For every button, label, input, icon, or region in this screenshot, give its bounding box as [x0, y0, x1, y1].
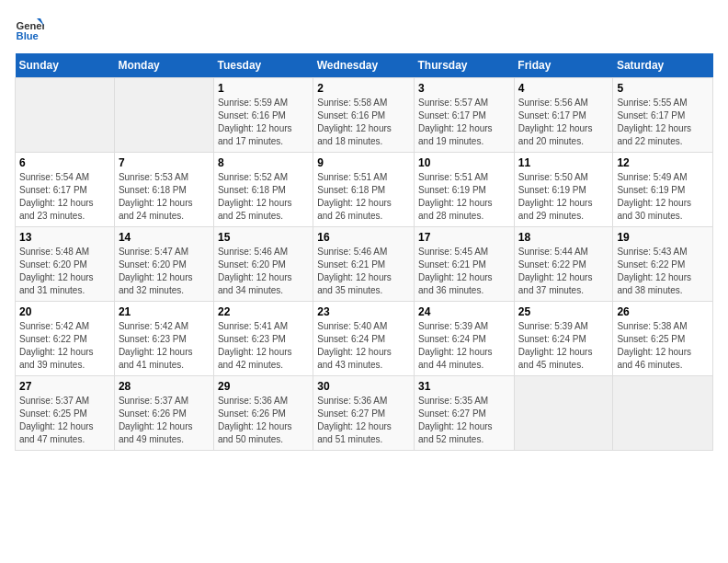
- day-detail: Sunrise: 5:37 AM Sunset: 6:25 PM Dayligh…: [19, 395, 110, 446]
- day-detail: Sunrise: 5:35 AM Sunset: 6:27 PM Dayligh…: [418, 395, 510, 446]
- calendar-cell: 19Sunrise: 5:43 AM Sunset: 6:22 PM Dayli…: [613, 227, 713, 302]
- calendar-cell: 18Sunrise: 5:44 AM Sunset: 6:22 PM Dayli…: [514, 227, 613, 302]
- calendar-cell: 15Sunrise: 5:46 AM Sunset: 6:20 PM Dayli…: [213, 227, 313, 302]
- day-detail: Sunrise: 5:58 AM Sunset: 6:16 PM Dayligh…: [317, 97, 410, 148]
- day-number: 30: [317, 380, 410, 393]
- day-detail: Sunrise: 5:56 AM Sunset: 6:17 PM Dayligh…: [518, 97, 609, 148]
- day-number: 22: [218, 305, 309, 318]
- day-number: 19: [617, 231, 709, 244]
- day-number: 1: [218, 82, 309, 95]
- day-number: 14: [119, 231, 210, 244]
- day-detail: Sunrise: 5:48 AM Sunset: 6:20 PM Dayligh…: [19, 246, 110, 297]
- day-number: 6: [19, 156, 110, 169]
- day-detail: Sunrise: 5:55 AM Sunset: 6:17 PM Dayligh…: [617, 97, 709, 148]
- day-detail: Sunrise: 5:45 AM Sunset: 6:21 PM Dayligh…: [418, 246, 510, 297]
- weekday-header-saturday: Saturday: [613, 53, 713, 78]
- day-number: 31: [418, 380, 510, 393]
- day-number: 20: [19, 305, 110, 318]
- calendar-cell: 22Sunrise: 5:41 AM Sunset: 6:23 PM Dayli…: [213, 302, 313, 376]
- weekday-header-sunday: Sunday: [16, 53, 115, 78]
- day-detail: Sunrise: 5:41 AM Sunset: 6:23 PM Dayligh…: [218, 320, 309, 372]
- day-number: 3: [418, 82, 510, 95]
- day-number: 26: [617, 305, 709, 318]
- day-number: 5: [617, 82, 709, 95]
- day-number: 12: [617, 156, 709, 169]
- calendar-cell: 25Sunrise: 5:39 AM Sunset: 6:24 PM Dayli…: [514, 302, 613, 376]
- calendar-cell: 10Sunrise: 5:51 AM Sunset: 6:19 PM Dayli…: [415, 153, 515, 227]
- day-detail: Sunrise: 5:50 AM Sunset: 6:19 PM Dayligh…: [518, 171, 609, 223]
- day-number: 21: [119, 305, 210, 318]
- weekday-header-wednesday: Wednesday: [313, 53, 415, 78]
- calendar-header-row: SundayMondayTuesdayWednesdayThursdayFrid…: [16, 53, 713, 78]
- day-detail: Sunrise: 5:37 AM Sunset: 6:26 PM Dayligh…: [119, 395, 210, 446]
- day-detail: Sunrise: 5:38 AM Sunset: 6:25 PM Dayligh…: [617, 320, 709, 372]
- calendar-cell: [514, 376, 613, 451]
- calendar-cell: 5Sunrise: 5:55 AM Sunset: 6:17 PM Daylig…: [613, 78, 713, 153]
- calendar-cell: 6Sunrise: 5:54 AM Sunset: 6:17 PM Daylig…: [16, 153, 115, 227]
- day-detail: Sunrise: 5:36 AM Sunset: 6:27 PM Dayligh…: [317, 395, 410, 446]
- calendar-week-3: 13Sunrise: 5:48 AM Sunset: 6:20 PM Dayli…: [16, 227, 713, 302]
- calendar-body: 1Sunrise: 5:59 AM Sunset: 6:16 PM Daylig…: [16, 78, 713, 451]
- calendar-cell: 11Sunrise: 5:50 AM Sunset: 6:19 PM Dayli…: [514, 153, 613, 227]
- calendar-cell: 21Sunrise: 5:42 AM Sunset: 6:23 PM Dayli…: [114, 302, 213, 376]
- calendar-cell: 17Sunrise: 5:45 AM Sunset: 6:21 PM Dayli…: [415, 227, 515, 302]
- calendar-cell: 3Sunrise: 5:57 AM Sunset: 6:17 PM Daylig…: [415, 78, 515, 153]
- calendar-cell: [114, 78, 213, 153]
- day-detail: Sunrise: 5:51 AM Sunset: 6:19 PM Dayligh…: [418, 171, 510, 223]
- day-detail: Sunrise: 5:43 AM Sunset: 6:22 PM Dayligh…: [617, 246, 709, 297]
- calendar-cell: 13Sunrise: 5:48 AM Sunset: 6:20 PM Dayli…: [16, 227, 115, 302]
- day-detail: Sunrise: 5:46 AM Sunset: 6:21 PM Dayligh…: [317, 246, 410, 297]
- day-number: 15: [218, 231, 309, 244]
- day-number: 9: [317, 156, 410, 169]
- day-detail: Sunrise: 5:39 AM Sunset: 6:24 PM Dayligh…: [418, 320, 510, 372]
- day-number: 8: [218, 156, 309, 169]
- weekday-header-friday: Friday: [514, 53, 613, 78]
- day-number: 11: [518, 156, 609, 169]
- day-detail: Sunrise: 5:36 AM Sunset: 6:26 PM Dayligh…: [218, 395, 309, 446]
- weekday-header-monday: Monday: [114, 53, 213, 78]
- day-number: 4: [518, 82, 609, 95]
- calendar-cell: 24Sunrise: 5:39 AM Sunset: 6:24 PM Dayli…: [415, 302, 515, 376]
- weekday-header-tuesday: Tuesday: [213, 53, 313, 78]
- day-number: 25: [518, 305, 609, 318]
- calendar-cell: 12Sunrise: 5:49 AM Sunset: 6:19 PM Dayli…: [613, 153, 713, 227]
- day-detail: Sunrise: 5:52 AM Sunset: 6:18 PM Dayligh…: [218, 171, 309, 223]
- calendar-cell: 31Sunrise: 5:35 AM Sunset: 6:27 PM Dayli…: [415, 376, 515, 451]
- day-detail: Sunrise: 5:54 AM Sunset: 6:17 PM Dayligh…: [19, 171, 110, 223]
- day-detail: Sunrise: 5:42 AM Sunset: 6:22 PM Dayligh…: [19, 320, 110, 372]
- calendar-cell: 2Sunrise: 5:58 AM Sunset: 6:16 PM Daylig…: [313, 78, 415, 153]
- calendar-cell: [16, 78, 115, 153]
- day-number: 29: [218, 380, 309, 393]
- calendar-cell: 8Sunrise: 5:52 AM Sunset: 6:18 PM Daylig…: [213, 153, 313, 227]
- calendar-cell: 14Sunrise: 5:47 AM Sunset: 6:20 PM Dayli…: [114, 227, 213, 302]
- calendar-cell: 9Sunrise: 5:51 AM Sunset: 6:18 PM Daylig…: [313, 153, 415, 227]
- calendar-week-5: 27Sunrise: 5:37 AM Sunset: 6:25 PM Dayli…: [16, 376, 713, 451]
- day-number: 7: [119, 156, 210, 169]
- day-number: 10: [418, 156, 510, 169]
- page-header: General Blue: [15, 15, 713, 44]
- logo-icon: General Blue: [15, 15, 44, 44]
- day-number: 2: [317, 82, 410, 95]
- day-number: 13: [19, 231, 110, 244]
- day-detail: Sunrise: 5:42 AM Sunset: 6:23 PM Dayligh…: [119, 320, 210, 372]
- day-detail: Sunrise: 5:51 AM Sunset: 6:18 PM Dayligh…: [317, 171, 410, 223]
- day-detail: Sunrise: 5:46 AM Sunset: 6:20 PM Dayligh…: [218, 246, 309, 297]
- calendar-cell: 16Sunrise: 5:46 AM Sunset: 6:21 PM Dayli…: [313, 227, 415, 302]
- day-number: 16: [317, 231, 410, 244]
- calendar-cell: 30Sunrise: 5:36 AM Sunset: 6:27 PM Dayli…: [313, 376, 415, 451]
- day-number: 23: [317, 305, 410, 318]
- logo: General Blue: [15, 15, 48, 44]
- calendar-week-2: 6Sunrise: 5:54 AM Sunset: 6:17 PM Daylig…: [16, 153, 713, 227]
- day-detail: Sunrise: 5:40 AM Sunset: 6:24 PM Dayligh…: [317, 320, 410, 372]
- calendar-cell: 28Sunrise: 5:37 AM Sunset: 6:26 PM Dayli…: [114, 376, 213, 451]
- calendar-table: SundayMondayTuesdayWednesdayThursdayFrid…: [15, 53, 713, 451]
- calendar-cell: 20Sunrise: 5:42 AM Sunset: 6:22 PM Dayli…: [16, 302, 115, 376]
- svg-text:Blue: Blue: [17, 30, 39, 41]
- calendar-cell: 26Sunrise: 5:38 AM Sunset: 6:25 PM Dayli…: [613, 302, 713, 376]
- day-number: 28: [119, 380, 210, 393]
- day-detail: Sunrise: 5:59 AM Sunset: 6:16 PM Dayligh…: [218, 97, 309, 148]
- calendar-week-1: 1Sunrise: 5:59 AM Sunset: 6:16 PM Daylig…: [16, 78, 713, 153]
- calendar-cell: [613, 376, 713, 451]
- calendar-cell: 27Sunrise: 5:37 AM Sunset: 6:25 PM Dayli…: [16, 376, 115, 451]
- weekday-header-thursday: Thursday: [415, 53, 515, 78]
